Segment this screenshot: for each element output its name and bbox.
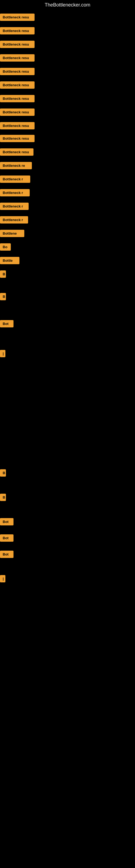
bottleneck-result-button-19[interactable]: Bottle [0, 257, 19, 264]
bottleneck-result-button-8[interactable]: Bottleneck resu [0, 108, 35, 116]
bottleneck-result-button-5[interactable]: Bottleneck resu [0, 68, 35, 75]
bottleneck-result-button-4[interactable]: Bottleneck resu [0, 54, 35, 62]
bottleneck-result-button-18[interactable]: Bo [0, 243, 11, 251]
bottleneck-result-button-23[interactable]: | [0, 350, 5, 357]
bottleneck-result-button-13[interactable]: Bottleneck r [0, 176, 30, 183]
site-title: TheBottlenecker.com [0, 0, 135, 10]
bottleneck-result-button-16[interactable]: Bottleneck r [0, 216, 28, 223]
bottleneck-result-button-17[interactable]: Bottlene [0, 230, 24, 237]
bottleneck-result-button-12[interactable]: Bottleneck re [0, 162, 32, 169]
bottleneck-result-button-21[interactable]: B [0, 293, 6, 300]
bottleneck-result-button-28[interactable]: Bot [0, 551, 13, 558]
bottleneck-result-button-6[interactable]: Bottleneck resu [0, 82, 35, 89]
bottleneck-result-button-10[interactable]: Bottleneck resu [0, 135, 35, 142]
bottleneck-result-button-15[interactable]: Bottleneck r [0, 203, 29, 210]
bottleneck-result-button-26[interactable]: Bot [0, 518, 13, 525]
bottleneck-result-button-11[interactable]: Bottleneck resu [0, 148, 34, 156]
bottleneck-result-button-22[interactable]: Bot [0, 320, 13, 328]
bottleneck-result-button-25[interactable]: B [0, 494, 6, 501]
bottleneck-result-button-7[interactable]: Bottleneck resu [0, 95, 35, 102]
bottleneck-result-button-27[interactable]: Bot [0, 534, 13, 542]
bottleneck-result-button-24[interactable]: B [0, 469, 6, 476]
bottleneck-result-button-9[interactable]: Bottleneck resu [0, 122, 35, 129]
bottleneck-result-button-14[interactable]: Bottleneck r [0, 189, 30, 196]
bottleneck-result-button-20[interactable]: B [0, 271, 6, 278]
bottleneck-result-button-2[interactable]: Bottleneck resu [0, 27, 35, 34]
bottleneck-result-button-29[interactable]: | [0, 575, 5, 582]
bottleneck-result-button-1[interactable]: Bottleneck resu [0, 13, 35, 21]
bottleneck-result-button-3[interactable]: Bottleneck resu [0, 41, 35, 48]
